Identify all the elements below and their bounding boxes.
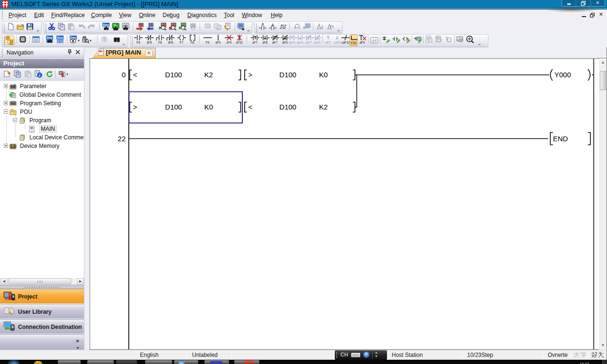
svg-text:K0: K0 xyxy=(204,103,213,111)
svg-text:D100: D100 xyxy=(279,71,296,79)
svg-text:?: ? xyxy=(103,37,106,42)
svg-text:Dev: Dev xyxy=(57,36,63,39)
svg-text:Dev: Dev xyxy=(46,36,53,39)
svg-text:<: < xyxy=(248,103,253,111)
svg-text:Dev: Dev xyxy=(103,23,109,27)
svg-text:K2: K2 xyxy=(319,103,328,111)
svg-text:>: > xyxy=(248,71,253,79)
svg-text:K2: K2 xyxy=(204,71,213,79)
svg-text:<: < xyxy=(133,71,138,79)
svg-text:Y000: Y000 xyxy=(554,71,571,79)
svg-text:D100: D100 xyxy=(165,71,182,79)
svg-text:0: 0 xyxy=(122,71,126,79)
svg-text:K0: K0 xyxy=(319,71,328,79)
svg-text:>: > xyxy=(133,103,138,111)
svg-text:D100: D100 xyxy=(165,103,182,111)
svg-text:END: END xyxy=(553,135,568,143)
svg-text:22: 22 xyxy=(118,135,126,143)
svg-text:ST: ST xyxy=(372,39,377,43)
svg-text:D100: D100 xyxy=(279,103,296,111)
svg-text:Dev: Dev xyxy=(70,36,76,39)
